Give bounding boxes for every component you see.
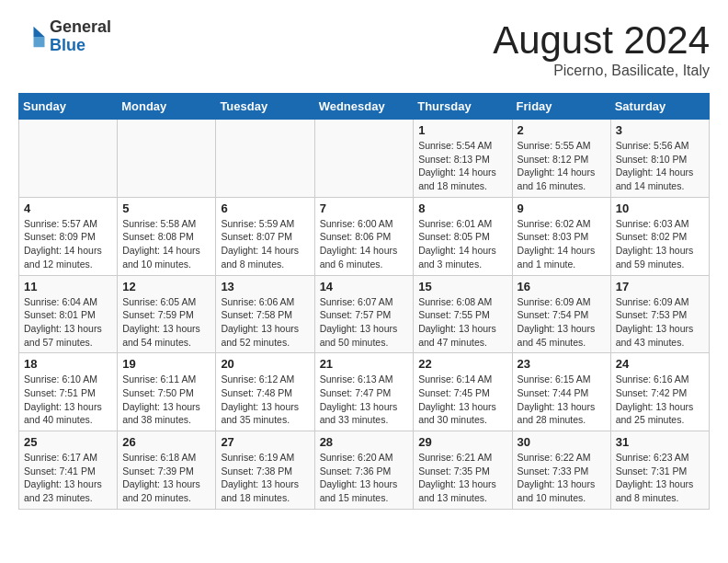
day-number: 31: [616, 435, 704, 449]
day-info: Sunrise: 6:01 AMSunset: 8:05 PMDaylight:…: [418, 217, 506, 271]
location-subtitle: Picerno, Basilicate, Italy: [493, 63, 710, 79]
day-info: Sunrise: 6:09 AMSunset: 7:54 PMDaylight:…: [518, 295, 606, 350]
logo-general-text: General: [50, 18, 111, 37]
day-info: Sunrise: 6:14 AMSunset: 7:45 PMDaylight:…: [418, 373, 506, 427]
day-number: 4: [24, 201, 112, 215]
day-info: Sunrise: 6:03 AMSunset: 8:02 PMDaylight:…: [616, 217, 704, 271]
svg-marker-0: [34, 27, 45, 37]
column-header-sunday: Sunday: [19, 94, 118, 120]
calendar-cell: 2Sunrise: 5:55 AMSunset: 8:12 PMDaylight…: [512, 120, 610, 198]
calendar-week-4: 18Sunrise: 6:10 AMSunset: 7:51 PMDayligh…: [19, 353, 710, 431]
day-number: 14: [320, 280, 409, 293]
calendar-header-row: SundayMondayTuesdayWednesdayThursdayFrid…: [19, 94, 710, 120]
day-number: 26: [122, 435, 210, 449]
day-number: 22: [418, 357, 506, 371]
day-number: 29: [418, 435, 506, 449]
column-header-wednesday: Wednesday: [314, 94, 414, 120]
calendar-cell: 22Sunrise: 6:14 AMSunset: 7:45 PMDayligh…: [414, 353, 512, 431]
day-info: Sunrise: 6:06 AMSunset: 7:58 PMDaylight:…: [221, 295, 309, 350]
day-number: 20: [221, 357, 309, 371]
day-number: 10: [616, 201, 704, 215]
day-info: Sunrise: 6:10 AMSunset: 7:51 PMDaylight:…: [24, 373, 112, 427]
calendar-cell: 28Sunrise: 6:20 AMSunset: 7:36 PMDayligh…: [314, 431, 414, 510]
day-number: 7: [320, 201, 409, 215]
calendar-cell: 1Sunrise: 5:54 AMSunset: 8:13 PMDaylight…: [414, 120, 512, 198]
calendar-cell: 12Sunrise: 6:05 AMSunset: 7:59 PMDayligh…: [118, 275, 216, 353]
day-info: Sunrise: 6:09 AMSunset: 7:53 PMDaylight:…: [616, 295, 704, 350]
calendar-cell: 29Sunrise: 6:21 AMSunset: 7:35 PMDayligh…: [414, 431, 512, 510]
day-number: 25: [24, 435, 112, 449]
calendar-cell: 8Sunrise: 6:01 AMSunset: 8:05 PMDaylight…: [414, 197, 512, 275]
day-info: Sunrise: 6:11 AMSunset: 7:50 PMDaylight:…: [122, 373, 210, 427]
month-year-title: August 2024: [493, 18, 710, 63]
day-info: Sunrise: 6:12 AMSunset: 7:48 PMDaylight:…: [221, 373, 309, 427]
day-number: 2: [518, 123, 606, 137]
calendar-cell: 11Sunrise: 6:04 AMSunset: 8:01 PMDayligh…: [19, 275, 118, 353]
day-number: 3: [616, 123, 704, 137]
calendar-cell: 17Sunrise: 6:09 AMSunset: 7:53 PMDayligh…: [610, 275, 709, 353]
logo: General Blue: [18, 18, 111, 55]
logo-text: General Blue: [50, 18, 111, 55]
calendar-table: SundayMondayTuesdayWednesdayThursdayFrid…: [18, 93, 710, 510]
calendar-cell: 7Sunrise: 6:00 AMSunset: 8:06 PMDaylight…: [314, 197, 414, 275]
calendar-cell: 18Sunrise: 6:10 AMSunset: 7:51 PMDayligh…: [19, 353, 118, 431]
day-number: 11: [24, 280, 112, 293]
column-header-friday: Friday: [512, 94, 610, 120]
day-number: 1: [418, 123, 506, 137]
day-number: 17: [616, 280, 704, 293]
day-info: Sunrise: 6:20 AMSunset: 7:36 PMDaylight:…: [320, 451, 409, 505]
day-info: Sunrise: 6:00 AMSunset: 8:06 PMDaylight:…: [320, 217, 409, 271]
calendar-cell: 15Sunrise: 6:08 AMSunset: 7:55 PMDayligh…: [414, 275, 512, 353]
calendar-week-5: 25Sunrise: 6:17 AMSunset: 7:41 PMDayligh…: [19, 431, 710, 510]
calendar-cell: 19Sunrise: 6:11 AMSunset: 7:50 PMDayligh…: [118, 353, 216, 431]
logo-blue-text: Blue: [50, 37, 111, 55]
day-info: Sunrise: 6:22 AMSunset: 7:33 PMDaylight:…: [518, 451, 606, 505]
calendar-cell: 10Sunrise: 6:03 AMSunset: 8:02 PMDayligh…: [610, 197, 709, 275]
calendar-cell: [19, 120, 118, 198]
day-info: Sunrise: 5:55 AMSunset: 8:12 PMDaylight:…: [518, 139, 606, 193]
day-number: 6: [221, 201, 309, 215]
day-info: Sunrise: 5:54 AMSunset: 8:13 PMDaylight:…: [418, 139, 506, 193]
day-number: 15: [418, 280, 506, 293]
calendar-cell: 24Sunrise: 6:16 AMSunset: 7:42 PMDayligh…: [610, 353, 709, 431]
page-header: General Blue August 2024 Picerno, Basili…: [18, 18, 710, 79]
calendar-cell: 23Sunrise: 6:15 AMSunset: 7:44 PMDayligh…: [512, 353, 610, 431]
calendar-cell: 6Sunrise: 5:59 AMSunset: 8:07 PMDaylight…: [216, 197, 314, 275]
calendar-cell: 27Sunrise: 6:19 AMSunset: 7:38 PMDayligh…: [216, 431, 314, 510]
day-info: Sunrise: 6:08 AMSunset: 7:55 PMDaylight:…: [418, 295, 506, 350]
calendar-cell: 3Sunrise: 5:56 AMSunset: 8:10 PMDaylight…: [610, 120, 709, 198]
day-info: Sunrise: 6:02 AMSunset: 8:03 PMDaylight:…: [518, 217, 606, 271]
day-info: Sunrise: 6:21 AMSunset: 7:35 PMDaylight:…: [418, 451, 506, 505]
day-number: 30: [518, 435, 606, 449]
calendar-cell: 13Sunrise: 6:06 AMSunset: 7:58 PMDayligh…: [216, 275, 314, 353]
day-number: 9: [518, 201, 606, 215]
calendar-week-3: 11Sunrise: 6:04 AMSunset: 8:01 PMDayligh…: [19, 275, 710, 353]
day-info: Sunrise: 6:18 AMSunset: 7:39 PMDaylight:…: [122, 451, 210, 505]
day-info: Sunrise: 6:23 AMSunset: 7:31 PMDaylight:…: [616, 451, 704, 505]
day-number: 28: [320, 435, 409, 449]
day-info: Sunrise: 5:58 AMSunset: 8:08 PMDaylight:…: [122, 217, 210, 271]
day-info: Sunrise: 6:16 AMSunset: 7:42 PMDaylight:…: [616, 373, 704, 427]
column-header-saturday: Saturday: [610, 94, 709, 120]
day-info: Sunrise: 6:19 AMSunset: 7:38 PMDaylight:…: [221, 451, 309, 505]
calendar-cell: [216, 120, 314, 198]
calendar-cell: 21Sunrise: 6:13 AMSunset: 7:47 PMDayligh…: [314, 353, 414, 431]
day-number: 8: [418, 201, 506, 215]
calendar-week-2: 4Sunrise: 5:57 AMSunset: 8:09 PMDaylight…: [19, 197, 710, 275]
logo-icon: [18, 23, 46, 51]
day-info: Sunrise: 5:59 AMSunset: 8:07 PMDaylight:…: [221, 217, 309, 271]
calendar-cell: 30Sunrise: 6:22 AMSunset: 7:33 PMDayligh…: [512, 431, 610, 510]
day-info: Sunrise: 6:04 AMSunset: 8:01 PMDaylight:…: [24, 295, 112, 350]
day-info: Sunrise: 6:17 AMSunset: 7:41 PMDaylight:…: [24, 451, 112, 505]
calendar-cell: 4Sunrise: 5:57 AMSunset: 8:09 PMDaylight…: [19, 197, 118, 275]
day-number: 13: [221, 280, 309, 293]
column-header-monday: Monday: [118, 94, 216, 120]
day-number: 16: [518, 280, 606, 293]
day-info: Sunrise: 6:07 AMSunset: 7:57 PMDaylight:…: [320, 295, 409, 350]
title-section: August 2024 Picerno, Basilicate, Italy: [493, 18, 710, 79]
day-info: Sunrise: 6:15 AMSunset: 7:44 PMDaylight:…: [518, 373, 606, 427]
day-number: 24: [616, 357, 704, 371]
day-info: Sunrise: 5:56 AMSunset: 8:10 PMDaylight:…: [616, 139, 704, 193]
column-header-thursday: Thursday: [414, 94, 512, 120]
calendar-cell: 31Sunrise: 6:23 AMSunset: 7:31 PMDayligh…: [610, 431, 709, 510]
